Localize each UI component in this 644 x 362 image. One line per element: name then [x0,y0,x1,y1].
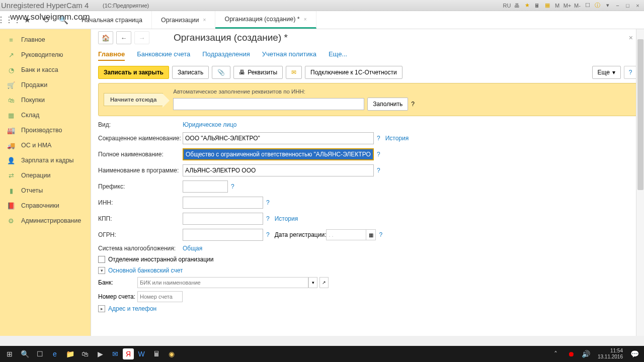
dropdown-icon[interactable]: ▾ [603,1,612,10]
attach-button[interactable]: 📎 [212,66,230,79]
word-icon[interactable]: W [134,347,149,361]
taskview-icon[interactable]: ☐ [32,347,47,361]
tray-up-icon[interactable]: ˄ [548,347,564,361]
help-link[interactable]: ? [231,183,234,190]
kind-value-link[interactable]: Юридическое лицо [183,121,236,128]
scrollbar-thumb[interactable] [637,39,643,190]
calc-icon[interactable]: 🖩 [149,347,164,361]
volume-icon[interactable]: 🔊 [579,347,594,361]
inn-autofill-input[interactable] [173,98,364,110]
bank-expander[interactable]: ▾ Основной банковский счет [98,267,637,274]
help-link[interactable]: ? [377,135,380,142]
cal-icon[interactable]: ▦ [543,1,551,10]
connect-1c-button[interactable]: Подключение к 1С-Отчетности [305,66,403,79]
mail-button[interactable]: ✉ [286,66,302,79]
store-icon[interactable]: 🛍 [77,347,93,361]
help-link[interactable]: ? [266,231,270,238]
sidebar-item-assets[interactable]: 🚚ОС и НМА [0,138,91,153]
apps-icon[interactable]: ⋮⋮⋮ [2,13,16,27]
notifications-icon[interactable]: 💬 [627,347,642,361]
save-button[interactable]: Записать [172,66,209,79]
app-icon[interactable]: ◉ [164,347,179,361]
sidebar-item-operations[interactable]: ⇄Операции [0,168,91,183]
open-button[interactable]: ↗ [319,277,329,288]
search-icon[interactable]: 🔍 [56,13,70,27]
sidebar-item-salary[interactable]: 👤Зарплата и кадры [0,153,91,168]
calc-icon[interactable]: 🖩 [533,1,541,10]
yandex-icon[interactable]: Я [123,348,134,359]
sidebar-item-reports[interactable]: ▮Отчеты [0,183,91,198]
mail-icon[interactable]: ✉ [108,347,123,361]
print-icon[interactable]: 🖶 [513,1,521,10]
info-icon[interactable]: ⓘ [593,1,602,10]
history-link[interactable]: История [275,215,298,222]
kpp-input[interactable] [183,213,263,225]
dropdown-button[interactable]: ▾ [308,277,317,288]
close-icon[interactable]: × [633,1,642,10]
subtab-accounting-policy[interactable]: Учетная политика [262,50,316,61]
bank-input[interactable] [137,277,308,288]
home-button[interactable]: 🏠 [98,31,113,44]
back-button[interactable]: ← [116,31,131,44]
subtab-departments[interactable]: Подразделения [202,50,250,61]
history-icon[interactable]: ⟲ [38,13,52,27]
ogrn-input[interactable] [183,229,263,241]
calendar-button[interactable]: ▦ [366,229,376,240]
tab-organization-create[interactable]: Организация (создание) *× [215,11,316,29]
subtab-bank-accounts[interactable]: Банковские счета [137,50,190,61]
sidebar-item-bank[interactable]: ◔Банк и касса [0,62,91,77]
close-page-button[interactable]: × [625,34,637,42]
tab-organizations[interactable]: Организации× [152,11,215,29]
save-close-button[interactable]: Записать и закрыть [98,66,169,79]
sidebar-item-purchases[interactable]: 🛍Покупки [0,93,91,108]
explorer-icon[interactable]: 📁 [62,347,77,361]
star-icon[interactable]: ★ [523,1,531,10]
close-icon[interactable]: × [304,17,307,22]
sidebar-item-references[interactable]: 📕Справочники [0,198,91,213]
help-link[interactable]: ? [266,199,270,206]
help-link[interactable]: ? [379,231,382,238]
sidebar-item-manager[interactable]: ↗Руководителю [0,47,91,62]
sidebar-item-admin[interactable]: ⚙Администрирование [0,213,91,228]
close-icon[interactable]: × [203,17,206,23]
subtab-more[interactable]: Еще... [329,50,347,61]
tax-system-link[interactable]: Общая [183,245,202,252]
full-name-input[interactable] [183,148,374,160]
address-expander[interactable]: ▸ Адрес и телефон [98,305,637,312]
prefix-input[interactable] [183,180,228,193]
help-link[interactable]: ? [377,167,380,174]
short-name-input[interactable] [183,132,374,144]
media-icon[interactable]: ▶ [93,347,108,361]
search-icon[interactable]: 🔍 [17,347,32,361]
lang-indicator[interactable]: RU [503,1,511,10]
history-link[interactable]: История [385,135,409,142]
maximize-icon[interactable]: □ [623,1,632,10]
edge-icon[interactable]: e [47,347,62,361]
help-link[interactable]: ? [411,101,415,108]
foreign-checkbox[interactable] [98,256,105,263]
more-button[interactable]: Еще ▾ [592,66,621,79]
mplus-icon[interactable]: M+ [563,1,572,10]
sidebar-item-production[interactable]: 🏭Производство [0,123,91,138]
account-input[interactable] [137,291,183,302]
sidebar-item-warehouse[interactable]: ▦Склад [0,108,91,123]
help-link[interactable]: ? [377,151,380,158]
help-button[interactable]: ? [624,66,637,79]
m-icon[interactable]: M [553,1,561,10]
tab-home[interactable]: Начальная страница [72,11,152,29]
window-icon[interactable]: ☐ [583,1,592,10]
sidebar-item-main[interactable]: ≡Главное [0,32,91,47]
subtab-main[interactable]: Главное [98,50,125,61]
inn-input[interactable] [183,197,263,209]
help-link[interactable]: ? [266,215,270,222]
sidebar-item-sales[interactable]: 🛒Продажи [0,77,91,93]
clock[interactable]: 11:54 13.11.2016 [594,348,627,360]
favorite-icon[interactable]: ★ [20,13,34,27]
start-button[interactable]: ⊞ [2,347,17,361]
program-name-input[interactable] [183,164,374,176]
mminus-icon[interactable]: M- [573,1,582,10]
record-icon[interactable]: ⏺ [564,347,579,361]
fill-button[interactable]: Заполнить [367,98,408,111]
scrollbar[interactable] [636,29,644,336]
requisites-button[interactable]: 🖶Реквизиты [233,66,283,79]
